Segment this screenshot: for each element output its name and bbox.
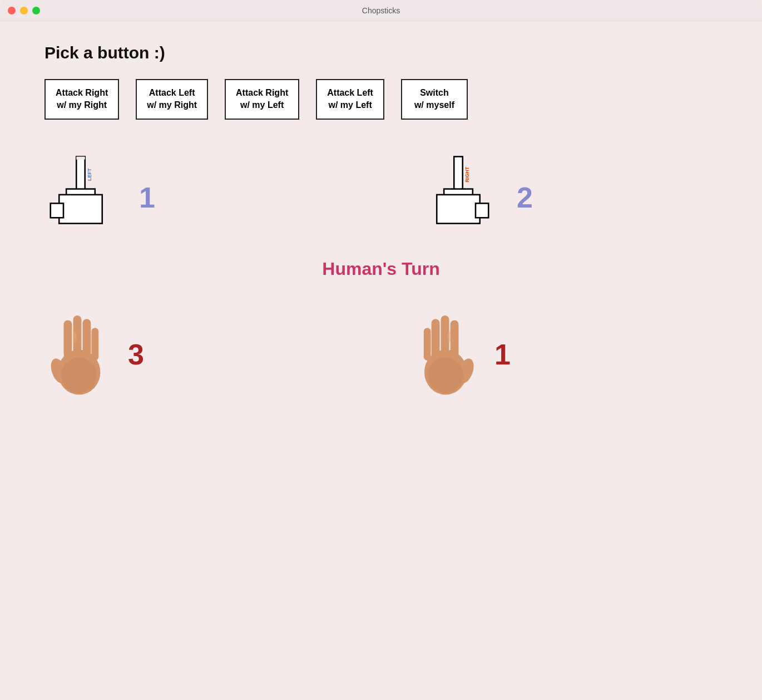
turn-indicator: Human's Turn xyxy=(44,259,718,279)
svg-rect-4 xyxy=(76,156,85,159)
svg-rect-2 xyxy=(59,195,102,224)
svg-rect-24 xyxy=(451,320,459,358)
human-right-hand-group: 1 xyxy=(411,307,511,402)
svg-rect-15 xyxy=(83,319,91,359)
computer-left-hand-group: LEFT 1 xyxy=(44,153,155,242)
human-left-count: 3 xyxy=(128,338,144,371)
svg-rect-0 xyxy=(76,156,85,193)
window-chrome: Chopsticks xyxy=(0,0,762,21)
action-buttons-row: Attack Rightw/ my Right Attack Leftw/ my… xyxy=(44,79,718,120)
human-left-hand-svg xyxy=(44,307,111,402)
computer-left-hand-svg: LEFT xyxy=(44,153,117,239)
svg-text:LEFT: LEFT xyxy=(87,168,92,181)
computer-right-count: 2 xyxy=(517,181,533,214)
svg-rect-3 xyxy=(51,203,63,218)
attack-left-my-right-button[interactable]: Attack Leftw/ my Right xyxy=(136,79,208,120)
computer-left-count: 1 xyxy=(139,181,155,214)
maximize-button[interactable] xyxy=(32,7,40,14)
attack-left-my-left-button[interactable]: Attack Leftw/ my Left xyxy=(316,79,384,120)
minimize-button[interactable] xyxy=(20,7,28,14)
computer-right-hand-group: RIGHT 2 xyxy=(422,153,533,242)
computer-hands-row: LEFT 1 RIGHT 2 xyxy=(44,153,718,242)
human-left-hand-group: 3 xyxy=(44,307,144,402)
svg-rect-22 xyxy=(432,319,440,359)
attack-right-my-right-button[interactable]: Attack Rightw/ my Right xyxy=(44,79,119,120)
switch-myself-button[interactable]: Switchw/ myself xyxy=(401,79,468,120)
svg-point-18 xyxy=(73,331,77,342)
computer-left-hand-icon: LEFT xyxy=(44,153,122,242)
close-button[interactable] xyxy=(8,7,16,14)
svg-point-17 xyxy=(61,357,97,393)
svg-text:RIGHT: RIGHT xyxy=(464,166,470,183)
human-left-hand-icon xyxy=(44,307,111,402)
svg-point-25 xyxy=(428,357,463,393)
main-content: Pick a button :) Attack Rightw/ my Right… xyxy=(0,21,762,700)
svg-rect-13 xyxy=(64,320,72,358)
svg-rect-16 xyxy=(91,328,98,360)
svg-rect-8 xyxy=(437,195,480,224)
svg-rect-21 xyxy=(424,328,431,360)
svg-rect-6 xyxy=(454,156,463,193)
human-right-count: 1 xyxy=(494,338,511,371)
computer-right-hand-svg: RIGHT xyxy=(422,153,494,239)
human-right-hand-svg xyxy=(411,307,478,402)
attack-right-my-left-button[interactable]: Attack Rightw/ my Left xyxy=(225,79,299,120)
human-hands-row: 3 xyxy=(44,307,718,402)
svg-point-26 xyxy=(447,331,451,342)
computer-right-hand-icon: RIGHT xyxy=(422,153,500,242)
human-right-hand-icon xyxy=(411,307,478,402)
svg-rect-9 xyxy=(476,203,488,218)
window-title: Chopsticks xyxy=(362,6,400,15)
page-heading: Pick a button :) xyxy=(44,43,718,62)
window-buttons xyxy=(8,7,40,14)
